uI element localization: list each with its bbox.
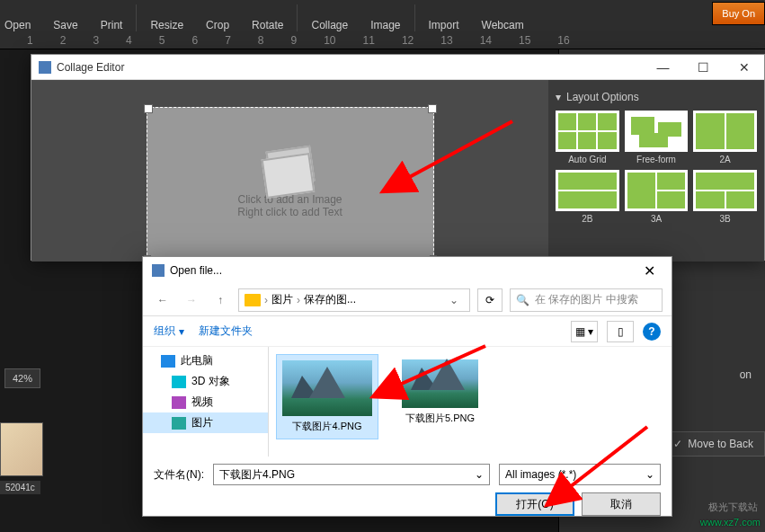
toolbar-open[interactable]: Open: [4, 19, 31, 31]
toolbar-rotate[interactable]: Rotate: [252, 19, 283, 31]
layout-2a[interactable]: [693, 111, 757, 152]
filename-input[interactable]: 下载图片4.PNG⌄: [213, 464, 490, 485]
organize-menu[interactable]: 组织 ▾: [154, 324, 184, 339]
layout-options-header[interactable]: ▾Layout Options: [556, 87, 757, 111]
breadcrumb-seg-1[interactable]: 图片: [271, 292, 293, 307]
file-type-filter[interactable]: All images (*.*)⌄: [499, 464, 661, 485]
toolbar-print[interactable]: Print: [101, 19, 123, 31]
new-folder-button[interactable]: 新建文件夹: [199, 324, 253, 339]
zoom-indicator[interactable]: 42%: [4, 368, 40, 388]
preview-pane-button[interactable]: ▯: [607, 321, 634, 342]
breadcrumb-dropdown[interactable]: ⌄: [444, 294, 464, 306]
breadcrumb-seg-2[interactable]: 保存的图...: [304, 292, 356, 307]
file-thumbnail: [282, 360, 372, 416]
collage-editor-window: Collage Editor — ☐ ✕ Click to add an Ima…: [31, 54, 765, 261]
search-placeholder: 在 保存的图片 中搜索: [535, 292, 638, 307]
folder-icon: [245, 294, 261, 306]
file-item-1[interactable]: 下载图片4.PNG: [276, 354, 378, 439]
tree-this-pc[interactable]: 此电脑: [143, 350, 268, 371]
open-file-dialog: Open file... ✕ ← → ↑ › 图片 › 保存的图... ⌄ ⟳ …: [142, 256, 672, 517]
layout-auto-grid[interactable]: [556, 111, 619, 152]
dialog-close-button[interactable]: ✕: [636, 257, 663, 284]
maximize-button[interactable]: ☐: [683, 55, 724, 80]
file-name-2: 下载图片5.PNG: [405, 412, 475, 425]
placeholder-image-icon: [265, 146, 315, 188]
toolbar-import[interactable]: Import: [429, 19, 459, 31]
search-input[interactable]: 🔍 在 保存的图片 中搜索: [510, 288, 663, 312]
image-thumbnail[interactable]: [0, 422, 43, 476]
collage-canvas[interactable]: Click to add an Image Right click to add…: [31, 80, 548, 262]
chevron-down-icon: ▾: [179, 325, 184, 338]
close-button[interactable]: ✕: [724, 55, 764, 80]
chevron-down-icon[interactable]: ⌄: [645, 468, 654, 481]
tree-videos[interactable]: 视频: [143, 392, 268, 412]
refresh-button[interactable]: ⟳: [477, 288, 503, 312]
features-label: on: [740, 368, 752, 381]
file-item-2[interactable]: 下载图片5.PNG: [396, 354, 484, 430]
file-thumbnail: [402, 359, 478, 408]
view-mode-button[interactable]: ▦ ▾: [571, 321, 598, 342]
filename-label: 文件名(N):: [154, 467, 204, 483]
move-back-icon: ✓: [673, 438, 682, 450]
ruler: 12345678910111213141516: [0, 31, 765, 49]
move-to-back-button[interactable]: ✓Move to Back: [662, 431, 765, 457]
toolbar-image[interactable]: Image: [370, 19, 400, 31]
3d-icon: [172, 376, 186, 388]
layout-free-form[interactable]: [625, 111, 689, 152]
nav-back-button[interactable]: ←: [152, 289, 173, 311]
file-list[interactable]: 下载图片4.PNG 下载图片5.PNG: [269, 347, 672, 457]
layout-options-panel: ▾Layout Options Auto Grid Free-form 2A 2…: [548, 80, 764, 262]
tree-3d-objects[interactable]: 3D 对象: [143, 371, 268, 392]
layout-3b[interactable]: [693, 170, 757, 211]
thumbnail-label: 52041c: [0, 481, 40, 494]
watermark-brand: 极光下载站: [708, 501, 758, 514]
video-icon: [172, 396, 186, 409]
tree-pictures[interactable]: 图片: [143, 412, 268, 433]
chevron-down-icon[interactable]: ⌄: [475, 468, 484, 481]
pictures-icon: [172, 417, 186, 430]
placeholder-text-2: Right click to add Text: [237, 206, 342, 218]
dialog-title: Open file...: [170, 264, 222, 277]
collage-window-title: Collage Editor: [57, 61, 124, 74]
toolbar-webcam[interactable]: Webcam: [482, 19, 524, 31]
main-toolbar: Open Save Print Resize Crop Rotate Colla…: [0, 0, 765, 31]
watermark-url: www.xz7.com: [700, 517, 761, 528]
toolbar-save[interactable]: Save: [53, 19, 77, 31]
layout-2b[interactable]: [556, 170, 619, 211]
collage-frame[interactable]: Click to add an Image Right click to add…: [147, 107, 434, 260]
open-button[interactable]: 打开(O): [495, 492, 574, 516]
nav-up-button[interactable]: ↑: [209, 289, 231, 311]
file-name-1: 下载图片4.PNG: [292, 420, 361, 433]
toolbar-crop[interactable]: Crop: [206, 19, 229, 31]
toolbar-resize[interactable]: Resize: [150, 19, 183, 31]
dialog-app-icon: [152, 264, 165, 277]
toolbar-collage[interactable]: Collage: [311, 19, 348, 31]
collage-titlebar[interactable]: Collage Editor — ☐ ✕: [31, 55, 764, 80]
chevron-down-icon: ▾: [556, 91, 561, 103]
search-icon: 🔍: [516, 294, 529, 306]
pc-icon: [161, 355, 175, 368]
breadcrumb[interactable]: › 图片 › 保存的图... ⌄: [238, 288, 470, 312]
help-icon[interactable]: ?: [643, 323, 661, 341]
nav-forward-button[interactable]: →: [181, 289, 202, 311]
buy-online-button[interactable]: Buy On: [712, 2, 765, 25]
minimize-button[interactable]: —: [643, 55, 683, 80]
folder-tree: 此电脑 3D 对象 视频 图片: [143, 347, 269, 457]
layout-3a[interactable]: [625, 170, 689, 211]
cancel-button[interactable]: 取消: [582, 492, 661, 516]
collage-app-icon: [39, 61, 51, 74]
